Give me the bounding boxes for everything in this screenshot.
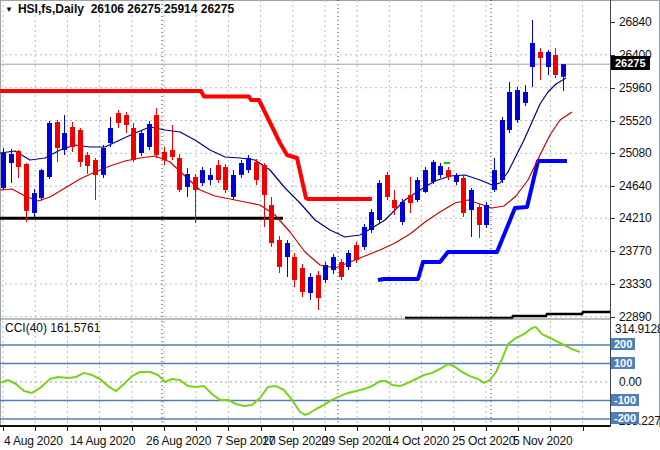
candle-body[interactable] xyxy=(93,160,98,175)
candle-body[interactable] xyxy=(254,162,259,180)
blue-step-support-line[interactable] xyxy=(378,161,567,280)
current-price-badge: 26275 xyxy=(611,56,650,70)
time-axis-tick xyxy=(486,427,487,431)
candle-body[interactable] xyxy=(70,127,75,147)
cci-panel[interactable] xyxy=(0,320,610,427)
candle-body[interactable] xyxy=(446,170,451,177)
time-axis-label: 29 Sep 2020 xyxy=(322,434,388,448)
candle-body[interactable] xyxy=(546,52,551,67)
price-axis-tick xyxy=(610,251,615,252)
candle-body[interactable] xyxy=(269,205,274,243)
candle-body[interactable] xyxy=(300,268,305,292)
candle-body[interactable] xyxy=(262,165,267,195)
price-axis-tick xyxy=(610,88,615,89)
candle-body[interactable] xyxy=(292,257,297,280)
candle-body[interactable] xyxy=(162,152,167,160)
candle-body[interactable] xyxy=(431,162,436,182)
candle-body[interactable] xyxy=(454,175,459,182)
candle-body[interactable] xyxy=(362,227,367,247)
candle-body[interactable] xyxy=(469,190,474,210)
time-axis[interactable]: 4 Aug 202014 Aug 202026 Aug 20207 Sep 20… xyxy=(0,427,660,450)
candle-body[interactable] xyxy=(32,193,37,213)
candle-body[interactable] xyxy=(231,175,236,197)
candle-body[interactable] xyxy=(200,170,205,183)
price-axis-label: 26840 xyxy=(619,15,651,29)
candle-body[interactable] xyxy=(285,243,290,257)
candle-body[interactable] xyxy=(16,151,21,167)
candle-body[interactable] xyxy=(438,166,443,175)
candle-body[interactable] xyxy=(9,154,14,163)
time-axis-tick xyxy=(261,427,262,431)
cci-chart-canvas[interactable] xyxy=(0,320,610,427)
candle-body[interactable] xyxy=(561,64,566,77)
candle-body[interactable] xyxy=(308,277,313,293)
candle-body[interactable] xyxy=(101,148,106,175)
time-axis-tick xyxy=(293,427,294,431)
candle-body[interactable] xyxy=(24,164,29,211)
candle-body[interactable] xyxy=(484,205,489,225)
candle-body[interactable] xyxy=(216,165,221,180)
time-axis-label: 26 Aug 2020 xyxy=(146,434,211,448)
time-axis-tick xyxy=(67,427,68,431)
candle-body[interactable] xyxy=(139,133,144,153)
candle-body[interactable] xyxy=(507,92,512,130)
candle-body[interactable] xyxy=(39,170,44,198)
candle-body[interactable] xyxy=(47,123,52,177)
price-panel[interactable] xyxy=(0,0,610,320)
candle-body[interactable] xyxy=(193,177,198,190)
candle-body[interactable] xyxy=(85,155,90,166)
candle-body[interactable] xyxy=(331,257,336,270)
candle-body[interactable] xyxy=(408,195,413,203)
candle-body[interactable] xyxy=(277,240,282,267)
candle-body[interactable] xyxy=(530,43,535,67)
candle-body[interactable] xyxy=(377,183,382,220)
candle-body[interactable] xyxy=(223,167,228,190)
candle-body[interactable] xyxy=(392,200,397,208)
candle-body[interactable] xyxy=(369,212,374,230)
symbol-dropdown-icon[interactable]: ▼ xyxy=(5,5,13,14)
candle-body[interactable] xyxy=(423,170,428,192)
candle-body[interactable] xyxy=(116,113,121,123)
price-chart-canvas[interactable] xyxy=(0,0,610,320)
candle-body[interactable] xyxy=(339,262,344,277)
time-axis-tick xyxy=(550,427,551,431)
candle-body[interactable] xyxy=(246,158,251,170)
candle-body[interactable] xyxy=(461,178,466,213)
candle-body[interactable] xyxy=(415,180,420,200)
candle-body[interactable] xyxy=(78,130,83,162)
price-axis[interactable]: 2684026400259602552025080246402421023770… xyxy=(610,0,660,450)
candle-body[interactable] xyxy=(239,163,244,175)
candle-body[interactable] xyxy=(346,253,351,267)
candle-body[interactable] xyxy=(500,120,505,180)
candle-body[interactable] xyxy=(108,128,113,143)
green-dash-marker[interactable] xyxy=(444,162,450,164)
candle-body[interactable] xyxy=(124,115,129,125)
candle-body[interactable] xyxy=(147,124,152,147)
cci-line[interactable] xyxy=(0,327,580,415)
black-support-line-2[interactable] xyxy=(405,312,610,318)
time-axis-label: 17 Sep 2020 xyxy=(262,434,328,448)
candle-body[interactable] xyxy=(400,202,405,222)
candle-body[interactable] xyxy=(323,265,328,280)
candle-body[interactable] xyxy=(523,92,528,103)
candle-body[interactable] xyxy=(316,275,321,298)
candle-body[interactable] xyxy=(170,150,175,157)
candle-body[interactable] xyxy=(477,207,482,225)
candle-body[interactable] xyxy=(515,90,520,120)
time-axis-tick xyxy=(35,427,36,431)
candle-body[interactable] xyxy=(492,170,497,190)
candle-body[interactable] xyxy=(208,175,213,180)
candle-body[interactable] xyxy=(62,133,67,150)
time-axis-label: 14 Oct 2020 xyxy=(386,434,449,448)
candle-body[interactable] xyxy=(55,122,60,148)
price-axis-label: 24640 xyxy=(619,179,651,193)
candle-body[interactable] xyxy=(185,174,190,187)
candle-body[interactable] xyxy=(1,153,6,188)
candle-body[interactable] xyxy=(354,245,359,260)
candle-body[interactable] xyxy=(131,128,136,160)
candle-body[interactable] xyxy=(177,158,182,190)
candle-body[interactable] xyxy=(385,175,390,197)
candle-body[interactable] xyxy=(154,115,159,155)
candle-body[interactable] xyxy=(538,52,543,58)
candle-body[interactable] xyxy=(553,55,558,75)
